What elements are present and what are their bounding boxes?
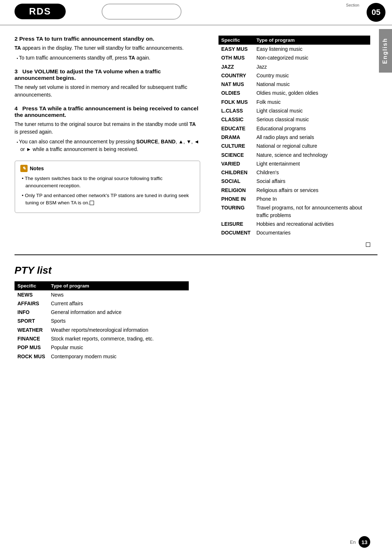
para-4a: The tuner returns to the original source…	[15, 121, 200, 136]
right-table-row: EDUCATEEducational programs	[219, 124, 371, 133]
empty-badge-outline	[102, 4, 181, 20]
pty-table-row: WEATHERWeather reports/meteorological in…	[15, 326, 189, 334]
footer: En 13	[350, 536, 370, 548]
right-table-specific: L.CLASS	[219, 106, 254, 115]
right-table-row: VARIEDLight entertainment	[219, 159, 371, 168]
right-table-specific: DRAMA	[219, 133, 254, 142]
right-table-row: RELIGIONReligious affairs or services	[219, 186, 371, 195]
para-3a: The newly set volume is stored in memory…	[15, 83, 200, 99]
left-column: 2 Press TA to turn traffic announcement …	[15, 36, 208, 247]
right-table-type: Folk music	[253, 98, 370, 106]
pty-specific: POP MUS	[15, 343, 48, 352]
note-item-1: The system switches back to the original…	[20, 175, 195, 190]
right-table-type: Religious affairs or services	[253, 186, 370, 195]
right-table-type: National music	[253, 80, 370, 89]
right-table: Specific Type of program EASY MUSEasy li…	[219, 36, 371, 237]
right-table-type: Phone In	[253, 195, 370, 203]
right-table-type: Easy listening music	[253, 45, 370, 53]
pty-specific: ROCK MUS	[15, 352, 48, 361]
section-label: Section	[346, 3, 359, 7]
en-label: En	[350, 539, 356, 545]
notes-box: ✎ Notes The system switches back to the …	[15, 160, 200, 213]
pty-col2-header: Type of program	[48, 281, 189, 290]
right-table-specific: PHONE IN	[219, 195, 254, 203]
pty-specific: WEATHER	[15, 326, 48, 334]
notes-icon: ✎	[20, 165, 28, 172]
right-table-row: EASY MUSEasy listening music	[219, 45, 371, 53]
right-table-type: Hobbies and recreational activities	[253, 220, 370, 228]
pty-type: Stock market reports, commerce, trading,…	[48, 334, 189, 343]
right-table-row: NAT MUSNational music	[219, 80, 371, 89]
rds-badge: RDS	[15, 4, 66, 19]
pty-col1-header: Specific	[15, 281, 48, 290]
page-container: RDS Section 05 English 2 Press TA to tur…	[0, 0, 392, 555]
right-table-type: Serious classical music	[253, 115, 370, 124]
right-table-row: OLDIESOldies music, golden oldies	[219, 89, 371, 97]
right-table-row: PHONE INPhone In	[219, 195, 371, 203]
bullet-4a: You can also cancel the announcement by …	[15, 138, 200, 153]
heading-3: 3 Use VOLUME to adjust the TA volume whe…	[15, 68, 200, 81]
page-number: 13	[359, 536, 370, 548]
pty-list-title: PTY list	[15, 265, 377, 276]
para-2a: TA appears in the display. The tuner wil…	[15, 44, 200, 52]
right-table-specific: OTH MUS	[219, 53, 254, 62]
right-table-row: SOCIALSocial affairs	[219, 177, 371, 185]
pty-specific: SPORT	[15, 317, 48, 325]
pty-type: Current affairs	[48, 299, 189, 308]
right-table-specific: CLASSIC	[219, 115, 254, 124]
right-table-specific: OLDIES	[219, 89, 254, 97]
pty-table-row: POP MUSPopular music	[15, 343, 189, 352]
right-table-type: Social affairs	[253, 177, 370, 185]
pty-table-row: NEWSNews	[15, 290, 189, 299]
right-table-specific: SOCIAL	[219, 177, 254, 185]
right-table-type: Non-categorized music	[253, 53, 370, 62]
right-table-type: Oldies music, golden oldies	[253, 89, 370, 97]
right-table-row: CLASSICSerious classical music	[219, 115, 371, 124]
right-table-row: LEISUREHobbies and recreational activiti…	[219, 220, 371, 228]
pty-table-row: SPORTSports	[15, 317, 189, 325]
pty-type: Sports	[48, 317, 189, 325]
right-table-type: All radio plays and serials	[253, 133, 370, 142]
divider	[15, 254, 377, 255]
right-table-row: SCIENCENature, science and technology	[219, 151, 371, 159]
right-column: Specific Type of program EASY MUSEasy li…	[219, 36, 371, 247]
right-table-specific: COUNTRY	[219, 71, 254, 80]
right-table-col1-header: Specific	[219, 36, 254, 45]
right-table-row: DRAMAAll radio plays and serials	[219, 133, 371, 142]
right-table-specific: FOLK MUS	[219, 98, 254, 106]
right-table-specific: EDUCATE	[219, 124, 254, 133]
right-table-row: TOURINGTravel programs, not for announce…	[219, 203, 371, 220]
pty-table-row: ROCK MUSContemporary modern music	[15, 352, 189, 361]
pty-list-section: PTY list Specific Type of program NEWSNe…	[0, 261, 392, 368]
pty-specific: NEWS	[15, 290, 48, 299]
right-table-specific: TOURING	[219, 203, 254, 220]
pty-type: General information and advice	[48, 308, 189, 317]
english-tab: English	[379, 29, 392, 73]
right-table-type: Light classical music	[253, 106, 370, 115]
heading-2: 2 Press TA to turn traffic announcement …	[15, 36, 200, 42]
right-table-specific: NAT MUS	[219, 80, 254, 89]
right-table-specific: VARIED	[219, 159, 254, 168]
pty-specific: AFFAIRS	[15, 299, 48, 308]
pty-type: Popular music	[48, 343, 189, 352]
notes-list: The system switches back to the original…	[20, 175, 195, 207]
bullet-2a: To turn traffic announcements standby of…	[15, 54, 200, 62]
right-table-row: DOCUMENTDocumentaries	[219, 228, 371, 237]
right-table-type: Jazz	[253, 62, 370, 71]
right-table-type: Travel programs, not for announcements a…	[253, 203, 370, 220]
right-table-type: Light entertainment	[253, 159, 370, 168]
right-table-specific: CHILDREN	[219, 168, 254, 177]
right-table-row: CULTURENational or regional culture	[219, 142, 371, 150]
pty-table-row: INFOGeneral information and advice	[15, 308, 189, 317]
right-table-type: Documentaries	[253, 228, 370, 237]
right-table-specific: LEISURE	[219, 220, 254, 228]
notes-title: ✎ Notes	[20, 165, 195, 172]
pty-type: Contemporary modern music	[48, 352, 189, 361]
right-table-row: FOLK MUSFolk music	[219, 98, 371, 106]
right-table-type: Country music	[253, 71, 370, 80]
right-table-row: CHILDRENChildren's	[219, 168, 371, 177]
right-table-specific: JAZZ	[219, 62, 254, 71]
right-table-specific: SCIENCE	[219, 151, 254, 159]
right-table-type: Educational programs	[253, 124, 370, 133]
right-table-row: COUNTRYCountry music	[219, 71, 371, 80]
